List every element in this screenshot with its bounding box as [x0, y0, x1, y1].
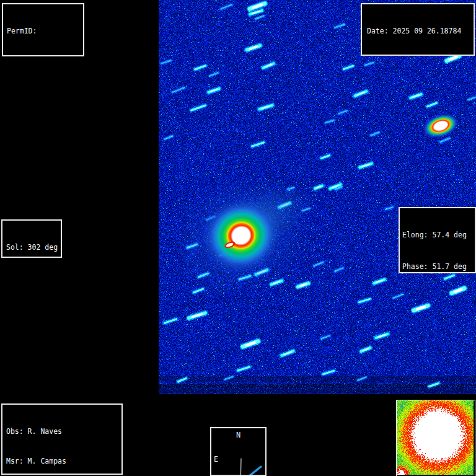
comet-zoom-canvas: [397, 400, 474, 475]
compass-axes-icon: [211, 448, 265, 476]
ephemeris-panel: Date: 2025 09 26.18784 RA: 09 09 10.66 D…: [361, 3, 475, 56]
sol-label: Sol: 302 deg: [6, 242, 57, 252]
object-info-panel: PermID: ProvID: C/2025 A6 TrkSub: Speed:…: [2, 3, 84, 56]
astrometry-viewer: PermID: ProvID: C/2025 A6 TrkSub: Speed:…: [0, 0, 476, 476]
compass-panel: N E: [210, 427, 267, 476]
compass-north-label: N: [236, 430, 240, 440]
geometry-panel: Elong: 57.4 deg Phase: 51.7 deg Earth: 1…: [399, 207, 476, 273]
date-line: Date: 2025 09 26.18784: [367, 26, 469, 36]
elong-line: Elong: 57.4 deg: [402, 230, 472, 240]
phase-line: Phase: 51.7 deg: [402, 262, 472, 272]
obs-line: Obs: R. Naves: [6, 426, 118, 436]
observer-info-panel: Obs: R. Naves Msr: M. Campas Stn: 213 Te…: [1, 403, 123, 475]
msr-line: Msr: M. Campas: [6, 456, 118, 466]
comet-zoom-inset: [396, 400, 475, 476]
provid-line: ProvID: C/2025 A6: [7, 56, 79, 56]
sky-image-canvas: [159, 0, 476, 394]
sun-direction-panel: Sol: 302 deg: [1, 219, 62, 258]
compass-east-label: E: [214, 454, 218, 464]
permid-line: PermID:: [7, 26, 79, 36]
